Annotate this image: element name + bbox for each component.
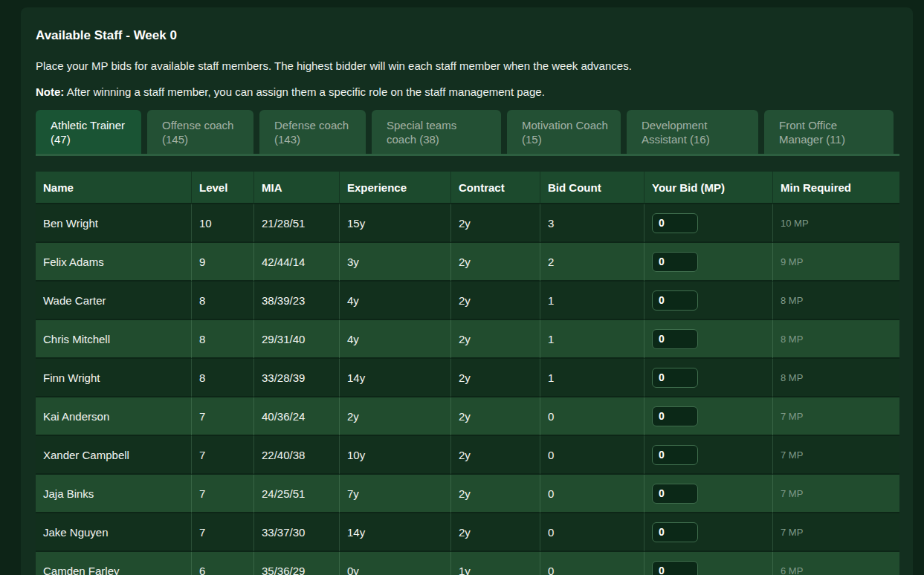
- column-header-level: Level: [192, 172, 254, 204]
- min-required-cell: 8 MP: [773, 359, 899, 397]
- name-cell: Felix Adams: [36, 243, 192, 282]
- tab-label: Athletic Trainer (47): [51, 118, 129, 146]
- page-note: Note: After winning a staff member, you …: [36, 85, 899, 99]
- level-cell: 8: [192, 320, 254, 359]
- experience-cell: 15y: [340, 204, 451, 243]
- contract-cell: 2y: [451, 397, 540, 436]
- experience-cell: 14y: [340, 513, 451, 552]
- column-header-mia: MIA: [254, 172, 340, 204]
- level-cell: 7: [192, 513, 254, 552]
- bid-count-cell: 0: [540, 397, 644, 436]
- bid-count-cell: 3: [540, 204, 644, 243]
- bid-count-cell: 0: [540, 513, 644, 552]
- name-cell: Wade Carter: [36, 282, 192, 320]
- level-cell: 7: [192, 397, 254, 436]
- bid-count-cell: 1: [540, 282, 644, 320]
- column-header-bid-count: Bid Count: [540, 172, 644, 204]
- tab-special-teams-coach-38[interactable]: Special teams coach (38): [372, 110, 501, 154]
- staff-row-kai-anderson: Kai Anderson740/36/242y2y07 MP: [36, 397, 899, 436]
- bid-input[interactable]: [652, 484, 698, 504]
- bid-count-cell: 1: [540, 359, 644, 397]
- note-text: After winning a staff member, you can as…: [64, 85, 544, 98]
- name-cell: Jaja Binks: [36, 475, 192, 513]
- min-required-cell: 7 MP: [773, 436, 899, 475]
- contract-cell: 2y: [451, 204, 540, 243]
- your-bid-cell: [644, 436, 773, 475]
- name-cell: Kai Anderson: [36, 397, 192, 436]
- bid-count-cell: 1: [540, 320, 644, 359]
- your-bid-cell: [644, 243, 773, 282]
- min-required-cell: 7 MP: [773, 513, 899, 552]
- contract-cell: 2y: [451, 243, 540, 282]
- contract-cell: 2y: [451, 436, 540, 475]
- staff-row-ben-wright: Ben Wright1021/28/5115y2y310 MP: [36, 204, 899, 243]
- bid-input[interactable]: [652, 406, 698, 426]
- your-bid-cell: [644, 359, 773, 397]
- experience-cell: 7y: [340, 475, 451, 513]
- page-title: Available Staff - Week 0: [36, 27, 899, 45]
- mia-cell: 33/37/30: [254, 513, 340, 552]
- staff-bidding-panel: Available Staff - Week 0 Place your MP b…: [21, 7, 913, 575]
- table-header-row: NameLevelMIAExperienceContractBid CountY…: [36, 172, 899, 204]
- bid-input[interactable]: [652, 522, 698, 542]
- bid-input[interactable]: [652, 329, 698, 349]
- tab-label: Front Office Manager (11): [779, 118, 882, 146]
- mia-cell: 42/44/14: [254, 243, 340, 282]
- tab-label: Offense coach (145): [162, 118, 242, 146]
- tab-offense-coach-145[interactable]: Offense coach (145): [147, 110, 253, 154]
- mia-cell: 40/36/24: [254, 397, 340, 436]
- tab-label: Development Assistant (16): [642, 118, 746, 146]
- staff-row-camden-farley: Camden Farley635/36/290y1y06 MP: [36, 552, 899, 575]
- column-header-name: Name: [36, 172, 192, 204]
- tab-front-office-manager-11[interactable]: Front Office Manager (11): [764, 110, 894, 154]
- your-bid-cell: [644, 320, 773, 359]
- staff-table: NameLevelMIAExperienceContractBid CountY…: [36, 172, 899, 575]
- min-required-cell: 10 MP: [773, 204, 899, 243]
- tab-defense-coach-143[interactable]: Defense coach (143): [259, 110, 366, 154]
- bid-input[interactable]: [652, 213, 698, 233]
- contract-cell: 2y: [451, 513, 540, 552]
- note-label: Note:: [36, 85, 64, 98]
- contract-cell: 1y: [451, 552, 540, 575]
- your-bid-cell: [644, 282, 773, 320]
- level-cell: 10: [192, 204, 254, 243]
- level-cell: 9: [192, 243, 254, 282]
- min-required-cell: 8 MP: [773, 282, 899, 320]
- column-header-experience: Experience: [340, 172, 451, 204]
- experience-cell: 2y: [340, 397, 451, 436]
- experience-cell: 14y: [340, 359, 451, 397]
- level-cell: 8: [192, 282, 254, 320]
- tab-development-assistant-16[interactable]: Development Assistant (16): [627, 110, 758, 154]
- experience-cell: 10y: [340, 436, 451, 475]
- experience-cell: 4y: [340, 320, 451, 359]
- min-required-cell: 8 MP: [773, 320, 899, 359]
- column-header-your-bid-mp: Your Bid (MP): [644, 172, 773, 204]
- experience-cell: 4y: [340, 282, 451, 320]
- bid-input[interactable]: [652, 290, 698, 311]
- your-bid-cell: [644, 397, 773, 436]
- mia-cell: 38/39/23: [254, 282, 340, 320]
- bid-input[interactable]: [652, 252, 698, 272]
- tab-athletic-trainer-47[interactable]: Athletic Trainer (47): [36, 110, 141, 154]
- bid-count-cell: 0: [540, 436, 644, 475]
- level-cell: 6: [192, 552, 254, 575]
- bid-input[interactable]: [652, 561, 698, 575]
- staff-row-wade-carter: Wade Carter838/39/234y2y18 MP: [36, 282, 899, 320]
- min-required-cell: 7 MP: [773, 397, 899, 436]
- bid-count-cell: 2: [540, 243, 644, 282]
- bid-input[interactable]: [652, 368, 698, 388]
- your-bid-cell: [644, 204, 773, 243]
- name-cell: Finn Wright: [36, 359, 192, 397]
- staff-row-felix-adams: Felix Adams942/44/143y2y29 MP: [36, 243, 899, 282]
- contract-cell: 2y: [451, 282, 540, 320]
- min-required-cell: 7 MP: [773, 475, 899, 513]
- tab-motivation-coach-15[interactable]: Motivation Coach (15): [507, 110, 621, 154]
- bid-count-cell: 0: [540, 552, 644, 575]
- staff-row-jaja-binks: Jaja Binks724/25/517y2y07 MP: [36, 475, 899, 513]
- mia-cell: 35/36/29: [254, 552, 340, 575]
- bid-input[interactable]: [652, 445, 698, 465]
- your-bid-cell: [644, 552, 773, 575]
- mia-cell: 24/25/51: [254, 475, 340, 513]
- level-cell: 7: [192, 475, 254, 513]
- name-cell: Ben Wright: [36, 204, 192, 243]
